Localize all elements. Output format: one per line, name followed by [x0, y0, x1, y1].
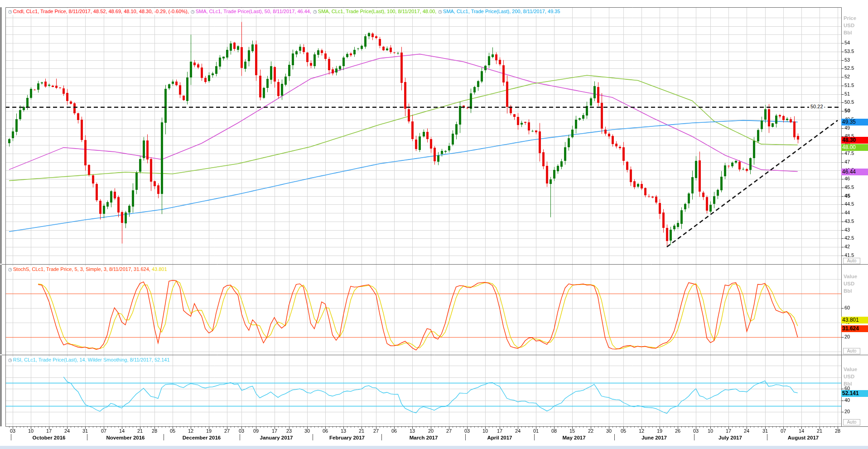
chart-canvas[interactable] — [0, 0, 868, 449]
rsi-axis-auto-button[interactable]: Auto — [843, 419, 860, 425]
chart-window: Daily CLc1 9/30/2016 - 8/28/2017 (NYC) ◷… — [0, 0, 868, 449]
main-axis-auto-button[interactable]: Auto — [843, 258, 860, 264]
stoch-axis-auto-button[interactable]: Auto — [843, 348, 860, 354]
